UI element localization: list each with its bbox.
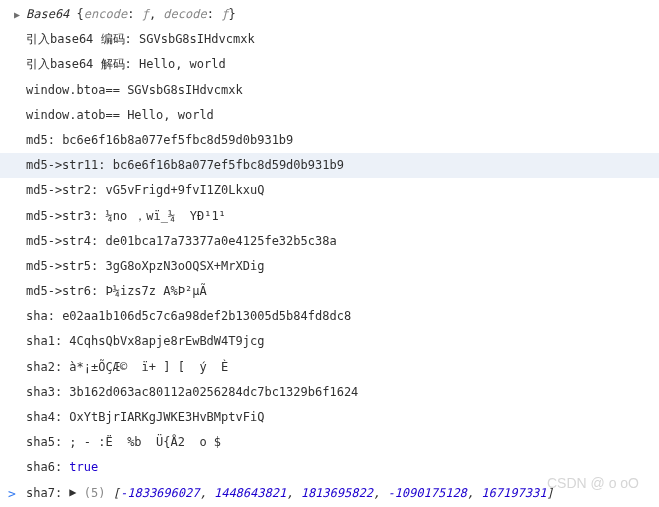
row-content: window.btoa== SGVsbG8sIHdvcmxk (26, 81, 243, 100)
row-content: md5->str2: vG5vFrigd+9fvI1Z0LkxuQ (26, 181, 264, 200)
row-content: sha: e02aa1b106d5c7c6a98def2b13005d5b84f… (26, 307, 351, 326)
row-content: md5->str6: Þ¼izs7z A%Þ²µÃ (26, 282, 207, 301)
console-row: window.btoa== SGVsbG8sIHdvcmxk (0, 78, 659, 103)
console-row: md5->str5: 3gG8oXpzN3oOQSX+MrXDig (0, 254, 659, 279)
console-row: 引入base64 编码: SGVsbG8sIHdvcmxk (0, 27, 659, 52)
row-content: window.atob== Hello, world (26, 106, 214, 125)
console-row: md5->str3: ¼no ，wï_¼ YĐ¹1¹ (0, 204, 659, 229)
row-content: 引入base64 解码: Hello, world (26, 55, 226, 74)
row-content: sha3: 3b162d063ac80112a0256284dc7bc1329b… (26, 383, 358, 402)
console-row: md5->str11: bc6e6f16b8a077ef5fbc8d59d0b9… (0, 153, 659, 178)
console-row: window.atob== Hello, world (0, 103, 659, 128)
console-output: ▶Base64 {encode: ƒ, decode: ƒ}引入base64 编… (0, 0, 659, 507)
console-row: md5->str4: de01bca17a73377a0e4125fe32b5c… (0, 229, 659, 254)
console-row: sha2: à*¡±ÕÇÆ© ï+ ] [ ý È (0, 355, 659, 380)
console-prompt[interactable]: > (8, 486, 16, 501)
row-content: sha5: ; - :Ë %b Ü{Å2 o $ (26, 433, 221, 452)
row-content: sha6: true (26, 458, 98, 477)
row-content: sha7: ▶ (5) [-1833696027, 1448643821, 18… (26, 484, 554, 503)
expand-arrow-icon[interactable]: ▶ (14, 7, 20, 23)
row-content: md5->str4: de01bca17a73377a0e4125fe32b5c… (26, 232, 337, 251)
console-row: ▶Base64 {encode: ƒ, decode: ƒ} (0, 2, 659, 27)
row-content: md5->str5: 3gG8oXpzN3oOQSX+MrXDig (26, 257, 264, 276)
console-row: md5: bc6e6f16b8a077ef5fbc8d59d0b931b9 (0, 128, 659, 153)
console-row: 引入base64 解码: Hello, world (0, 52, 659, 77)
console-row: sha4: OxYtBjrIARKgJWKE3HvBMptvFiQ (0, 405, 659, 430)
row-content: Base64 {encode: ƒ, decode: ƒ} (26, 5, 236, 24)
expand-arrow-icon[interactable]: ▶ (69, 483, 76, 502)
console-row: sha: e02aa1b106d5c7c6a98def2b13005d5b84f… (0, 304, 659, 329)
row-content: sha1: 4CqhsQbVx8apje8rEwBdW4T9jcg (26, 332, 264, 351)
row-content: 引入base64 编码: SGVsbG8sIHdvcmxk (26, 30, 255, 49)
console-row: sha1: 4CqhsQbVx8apje8rEwBdW4T9jcg (0, 329, 659, 354)
row-content: md5: bc6e6f16b8a077ef5fbc8d59d0b931b9 (26, 131, 293, 150)
row-content: sha2: à*¡±ÕÇÆ© ï+ ] [ ý È (26, 358, 228, 377)
console-row: sha5: ; - :Ë %b Ü{Å2 o $ (0, 430, 659, 455)
row-content: md5->str3: ¼no ，wï_¼ YĐ¹1¹ (26, 207, 226, 226)
row-content: md5->str11: bc6e6f16b8a077ef5fbc8d59d0b9… (26, 156, 344, 175)
console-row: md5->str6: Þ¼izs7z A%Þ²µÃ (0, 279, 659, 304)
console-row: sha3: 3b162d063ac80112a0256284dc7bc1329b… (0, 380, 659, 405)
console-row: md5->str2: vG5vFrigd+9fvI1Z0LkxuQ (0, 178, 659, 203)
row-content: sha4: OxYtBjrIARKgJWKE3HvBMptvFiQ (26, 408, 264, 427)
watermark: CSDN @ o oO (547, 475, 639, 491)
